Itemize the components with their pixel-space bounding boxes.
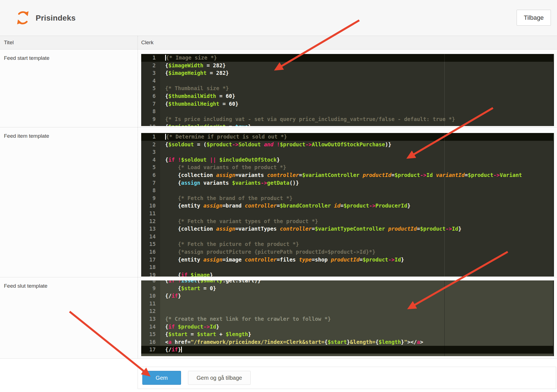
code-line: 12 <box>141 307 553 315</box>
line-number: 12 <box>141 307 160 315</box>
line-number: 6 <box>141 92 160 100</box>
row-label-feed-item: Feed item template <box>0 127 138 277</box>
line-number: 16 <box>141 338 160 346</box>
line-number: 10 <box>141 202 160 210</box>
code-line: 2{$soldout = ($product->Soldout and !$pr… <box>141 141 553 149</box>
code-line: 15{$start = $start + $length} <box>141 331 553 338</box>
code-line: 12 {* Fetch the variant types of the pro… <box>141 218 553 225</box>
line-number: 8 <box>141 108 160 115</box>
line-number: 9 <box>141 194 160 202</box>
code-line: 5 {* Load variants of the product *} <box>141 164 553 171</box>
code-line: 4 <box>141 77 553 85</box>
line-number: 11 <box>141 300 160 308</box>
line-number: 11 <box>141 210 160 218</box>
line-number: 9 <box>141 285 160 292</box>
table-header: Titel Clerk <box>0 36 557 50</box>
line-number: 2 <box>141 62 160 70</box>
text-cursor <box>181 347 182 352</box>
line-number: 4 <box>141 77 160 85</box>
code-line: 10{$priceIncludingVat = true} <box>141 123 553 126</box>
line-number: 5 <box>141 85 160 92</box>
code-line: 10{/if} <box>141 292 553 300</box>
line-number: 10 <box>141 123 160 126</box>
code-line: 7 {assign variants $variants->getData()} <box>141 179 553 187</box>
code-line: 3 <box>141 148 553 156</box>
line-number: 18 <box>141 263 160 271</box>
code-line: 8{if !isset($smarty.get.start)} <box>141 280 553 285</box>
back-button[interactable]: Tilbage <box>517 10 551 26</box>
line-number: 16 <box>141 248 160 256</box>
code-line: 13 {collection assign=variantTypes contr… <box>141 225 553 233</box>
sync-refresh-icon <box>15 10 30 25</box>
code-editor-feed-start-template[interactable]: 1{* Image size *}2{$imageWidth = 282}3{$… <box>141 54 554 126</box>
code-line: 6 {collection assign=variants controller… <box>141 171 553 179</box>
code-line: 8 <box>141 187 553 194</box>
code-line: 9{* Is price including vat - set via que… <box>141 115 553 123</box>
line-number: 19 <box>141 271 160 277</box>
code-line: 3{$imageHeight = 282} <box>141 69 553 77</box>
column-header-clerk: Clerk <box>141 40 153 46</box>
code-line: 19 {if $image} <box>141 271 553 277</box>
table-row-feed-slut: Feed slut template 8{if !isset($smarty.g… <box>0 277 557 359</box>
line-number: 3 <box>141 69 160 77</box>
line-number: 1 <box>141 54 160 62</box>
footer-actions: Gem Gem og gå tilbage <box>138 367 556 389</box>
line-number: 3 <box>141 148 160 156</box>
code-line: 11 <box>141 210 553 218</box>
code-line: 14{if $product->Id} <box>141 323 553 331</box>
line-number: 7 <box>141 179 160 187</box>
line-number: 17 <box>141 256 160 264</box>
line-number: 17 <box>141 346 160 354</box>
code-editor-feed-item-template[interactable]: 1{* Determine if product is sold out *}2… <box>141 133 554 277</box>
line-number: 13 <box>141 315 160 323</box>
code-line: 17 {entity assign=image controller=files… <box>141 256 553 264</box>
code-line: 6{$thumbnailWidth = 60} <box>141 92 553 100</box>
line-number: 12 <box>141 218 160 225</box>
code-line: 7{$thumbnailHeight = 60} <box>141 100 553 108</box>
code-line: 8 <box>141 108 553 115</box>
code-line: 10 {entity assign=brand controller=$bran… <box>141 202 553 210</box>
code-line: 4{if !$soldout || $includeOutOfStock} <box>141 156 553 164</box>
table-row-feed-item: Feed item template 1{* Determine if prod… <box>0 127 557 277</box>
code-line: 9 {* Fetch the brand of the product *} <box>141 194 553 202</box>
line-number: 4 <box>141 156 160 164</box>
line-number: 13 <box>141 225 160 233</box>
code-editor-feed-slut-template[interactable]: 8{if !isset($smarty.get.start)}9 {$start… <box>141 280 554 356</box>
code-line: 11 <box>141 300 553 308</box>
table-row-feed-start: Feed start template 1{* Image size *}2{$… <box>0 50 557 127</box>
line-number: 8 <box>141 280 160 285</box>
line-number: 14 <box>141 233 160 241</box>
line-number: 9 <box>141 115 160 123</box>
code-line: 9 {$start = 0} <box>141 285 553 292</box>
row-label-feed-start: Feed start template <box>0 50 138 127</box>
row-label-feed-slut: Feed slut template <box>0 277 138 358</box>
code-line: 16<a href="/framework/priceindex/?index=… <box>141 338 553 346</box>
app-header: Prisindeks Tilbage <box>0 0 557 36</box>
line-number: 8 <box>141 187 160 194</box>
code-line: 14 <box>141 233 553 241</box>
code-line: 13{* Create the next link for the crawle… <box>141 315 553 323</box>
line-number: 6 <box>141 171 160 179</box>
prisindeks-page: Prisindeks Tilbage Titel Clerk Feed star… <box>0 0 557 392</box>
line-number: 2 <box>141 141 160 149</box>
line-number: 15 <box>141 240 160 248</box>
line-number: 15 <box>141 331 160 338</box>
code-line: 2{$imageWidth = 282} <box>141 62 553 70</box>
code-line: 15 {* Fetch the picture of the product *… <box>141 240 553 248</box>
save-button[interactable]: Gem <box>142 371 181 385</box>
line-number: 10 <box>141 292 160 300</box>
code-line: 1{* Determine if product is sold out *} <box>141 133 553 141</box>
line-number: 5 <box>141 164 160 171</box>
column-header-titel: Titel <box>4 40 14 46</box>
line-number: 7 <box>141 100 160 108</box>
line-number: 1 <box>141 133 160 141</box>
code-line: 18 <box>141 263 553 271</box>
code-line: 17{/if} <box>141 346 553 354</box>
save-and-back-button[interactable]: Gem og gå tilbage <box>188 371 251 385</box>
code-line: 1{* Image size *} <box>141 54 553 62</box>
code-line: 5{* Thumbnail size *} <box>141 85 553 92</box>
line-number: 14 <box>141 323 160 331</box>
code-line: 16 {*assign productPicture {picturePath … <box>141 248 553 256</box>
page-title: Prisindeks <box>36 0 76 36</box>
